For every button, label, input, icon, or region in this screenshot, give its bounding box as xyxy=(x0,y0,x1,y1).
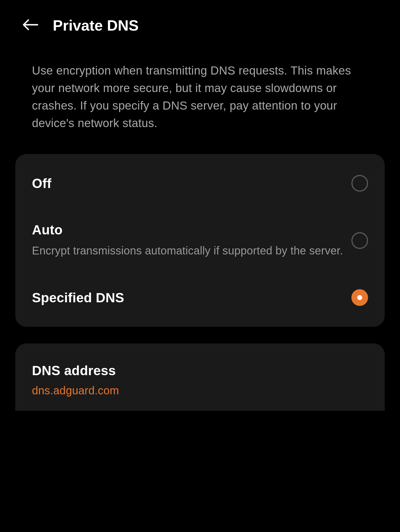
dns-address-value: dns.adguard.com xyxy=(32,384,368,397)
description-text: Use encryption when transmitting DNS req… xyxy=(0,45,400,154)
option-auto-content: Auto Encrypt transmissions automatically… xyxy=(32,222,351,259)
option-specified-content: Specified DNS xyxy=(32,290,351,305)
back-arrow-icon[interactable] xyxy=(22,19,39,32)
option-off-content: Off xyxy=(32,176,351,191)
radio-auto[interactable] xyxy=(351,232,368,249)
option-auto[interactable]: Auto Encrypt transmissions automatically… xyxy=(15,207,385,274)
dns-address-card[interactable]: DNS address dns.adguard.com xyxy=(15,343,385,411)
option-auto-subtitle: Encrypt transmissions automatically if s… xyxy=(32,243,343,259)
header: Private DNS xyxy=(0,0,400,45)
option-specified[interactable]: Specified DNS xyxy=(15,274,385,327)
option-off[interactable]: Off xyxy=(15,154,385,207)
option-off-title: Off xyxy=(32,176,343,191)
option-specified-title: Specified DNS xyxy=(32,290,343,305)
dns-address-title: DNS address xyxy=(32,363,368,378)
options-card: Off Auto Encrypt transmissions automatic… xyxy=(15,154,385,327)
option-auto-title: Auto xyxy=(32,222,343,237)
page-title: Private DNS xyxy=(53,17,139,34)
radio-off[interactable] xyxy=(351,175,368,192)
radio-specified[interactable] xyxy=(351,289,368,306)
